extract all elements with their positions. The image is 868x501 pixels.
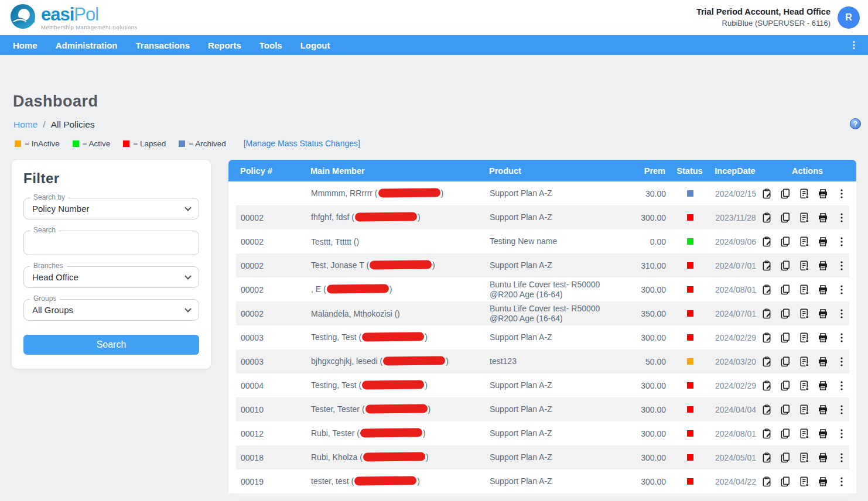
more-icon[interactable] [836,212,848,224]
app-header: easiPol Membership Management Solutions … [0,0,868,35]
more-icon[interactable] [836,476,848,488]
cell-status [687,262,693,269]
clipboard-edit-icon[interactable] [761,356,773,368]
print-icon[interactable] [817,380,829,392]
breadcrumb-home-link[interactable]: Home [13,119,37,130]
lapsed-color-swatch [123,140,129,147]
redaction-mark [362,332,424,342]
print-icon[interactable] [817,356,829,368]
copy-icon[interactable] [780,188,791,200]
groups-label: Groups [30,294,60,303]
avatar[interactable]: R [838,6,860,29]
clipboard-edit-icon[interactable] [761,404,773,416]
copy-icon[interactable] [780,236,791,248]
copy-icon[interactable] [780,308,791,320]
print-icon[interactable] [817,284,829,296]
print-icon[interactable] [817,188,829,200]
account-name: Trial Period Account, Head Office [696,6,831,18]
member-paren: ) [423,428,426,438]
print-icon[interactable] [817,428,829,440]
more-icon[interactable] [836,356,848,368]
copy-icon[interactable] [780,260,791,272]
print-icon[interactable] [817,452,829,464]
nav-item-transactions[interactable]: Transactions [136,40,190,50]
clipboard-edit-icon[interactable] [761,332,773,344]
clipboard-edit-icon[interactable] [761,236,773,248]
help-icon[interactable]: ? [850,118,861,129]
table-row: 00002 Testtt, Tttttt () Testing New name… [236,229,849,253]
receipt-icon[interactable] [798,404,810,416]
print-icon[interactable] [817,260,829,272]
search-button[interactable]: Search [23,335,199,355]
copy-icon[interactable] [780,452,791,464]
cell-member: Malandela, Mthokozisi () [311,309,490,318]
receipt-icon[interactable] [798,236,810,248]
receipt-icon[interactable] [798,188,810,200]
search-input[interactable] [23,231,199,255]
clipboard-edit-icon[interactable] [761,476,773,488]
more-icon[interactable] [836,188,848,200]
cell-prem: 300.00 [630,381,668,390]
nav-item-logout[interactable]: Logout [300,40,330,50]
copy-icon[interactable] [780,428,791,440]
clipboard-edit-icon[interactable] [761,188,773,200]
receipt-icon[interactable] [798,212,810,224]
manage-mass-status-link[interactable]: [Manage Mass Status Changes] [244,139,360,148]
copy-icon[interactable] [780,380,791,392]
cell-prem: 30.00 [630,189,668,198]
receipt-icon[interactable] [798,380,810,392]
filter-panel: Filter Search by Policy Number Search Br… [12,160,211,369]
print-icon[interactable] [817,476,829,488]
nav-item-administration[interactable]: Administration [56,40,118,50]
more-icon[interactable] [836,260,848,272]
more-icon[interactable] [836,332,848,344]
more-icon[interactable] [836,380,848,392]
nav-more-icon[interactable] [848,39,860,51]
print-icon[interactable] [817,212,829,224]
clipboard-edit-icon[interactable] [761,284,773,296]
more-icon[interactable] [836,428,848,440]
cell-product: Support Plan A-Z [490,452,630,462]
status-square [687,334,693,341]
clipboard-edit-icon[interactable] [761,380,773,392]
more-icon[interactable] [836,452,848,464]
member-paren: ) [418,212,421,222]
receipt-icon[interactable] [798,308,810,320]
receipt-icon[interactable] [798,332,810,344]
more-icon[interactable] [836,236,848,248]
copy-icon[interactable] [780,212,791,224]
receipt-icon[interactable] [798,428,810,440]
copy-icon[interactable] [780,404,791,416]
print-icon[interactable] [817,236,829,248]
copy-icon[interactable] [780,476,791,488]
clipboard-edit-icon[interactable] [761,308,773,320]
copy-icon[interactable] [780,284,791,296]
table-row: 00018 Rubi, Kholza () Support Plan A-Z 3… [236,445,849,469]
receipt-icon[interactable] [798,452,810,464]
cell-status [687,454,693,461]
receipt-icon[interactable] [798,260,810,272]
print-icon[interactable] [817,332,829,344]
table-row: Mmmmm, RRrrrr () Support Plan A-Z 30.00 … [236,181,849,205]
clipboard-edit-icon[interactable] [761,452,773,464]
more-icon[interactable] [836,404,848,416]
col-actions: Actions [758,166,856,176]
logo-icon [9,3,36,32]
more-icon[interactable] [836,284,848,296]
clipboard-edit-icon[interactable] [761,428,773,440]
nav-item-home[interactable]: Home [13,40,37,50]
print-icon[interactable] [817,404,829,416]
more-icon[interactable] [836,308,848,320]
receipt-icon[interactable] [798,284,810,296]
nav-item-tools[interactable]: Tools [259,40,282,50]
clipboard-edit-icon[interactable] [761,260,773,272]
col-main-member: Main Member [310,166,489,176]
cell-member: Rubi, Tester () [311,428,490,439]
receipt-icon[interactable] [798,356,810,368]
print-icon[interactable] [817,308,829,320]
copy-icon[interactable] [780,356,791,368]
receipt-icon[interactable] [798,476,810,488]
clipboard-edit-icon[interactable] [761,212,773,224]
nav-item-reports[interactable]: Reports [208,40,241,50]
copy-icon[interactable] [780,332,791,344]
